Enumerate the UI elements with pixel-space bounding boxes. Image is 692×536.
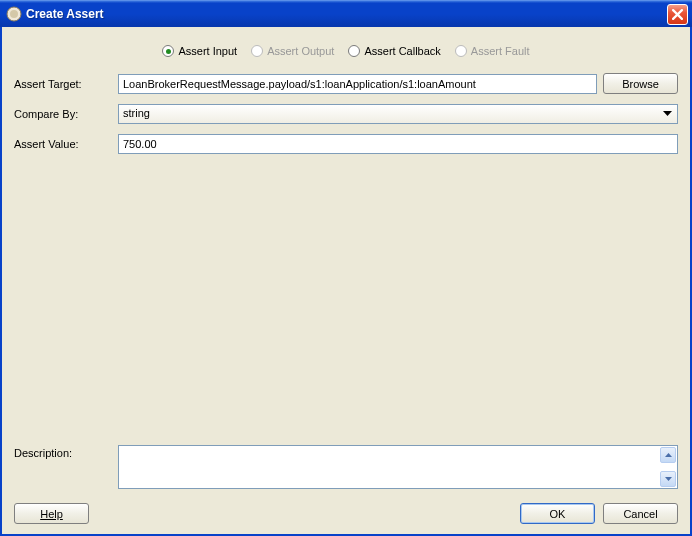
assert-value-label: Assert Value: [14,138,112,150]
radio-label: Assert Input [178,45,237,57]
assert-value-input[interactable] [118,134,678,154]
compare-by-select[interactable]: string [118,104,678,124]
spacer [14,164,678,445]
radio-label: Assert Callback [364,45,440,57]
radio-assert-fault: Assert Fault [455,45,530,57]
radio-label: Assert Fault [471,45,530,57]
radio-icon [348,45,360,57]
app-icon [6,6,22,22]
close-button[interactable] [667,4,688,25]
assert-target-row: Assert Target: Browse [14,73,678,94]
radio-assert-callback[interactable]: Assert Callback [348,45,440,57]
assert-target-input[interactable] [118,74,597,94]
radio-assert-output: Assert Output [251,45,334,57]
cancel-button[interactable]: Cancel [603,503,678,524]
ok-button[interactable]: OK [520,503,595,524]
assert-type-radio-group: Assert Input Assert Output Assert Callba… [14,37,678,73]
radio-label: Assert Output [267,45,334,57]
dialog-content: Assert Input Assert Output Assert Callba… [0,27,692,536]
window-title: Create Assert [26,7,667,21]
radio-icon [251,45,263,57]
radio-icon [455,45,467,57]
description-textarea[interactable] [118,445,678,489]
browse-button[interactable]: Browse [603,73,678,94]
svg-point-1 [10,10,18,18]
description-label: Description: [14,445,112,459]
description-row: Description: [14,445,678,491]
compare-by-row: Compare By: string [14,104,678,124]
assert-value-row: Assert Value: [14,134,678,154]
close-icon [672,9,683,20]
radio-icon [162,45,174,57]
help-button[interactable]: Help [14,503,89,524]
assert-target-label: Assert Target: [14,78,112,90]
button-bar: Help OK Cancel [14,499,678,524]
radio-assert-input[interactable]: Assert Input [162,45,237,57]
title-bar: Create Assert [0,0,692,27]
compare-by-label: Compare By: [14,108,112,120]
